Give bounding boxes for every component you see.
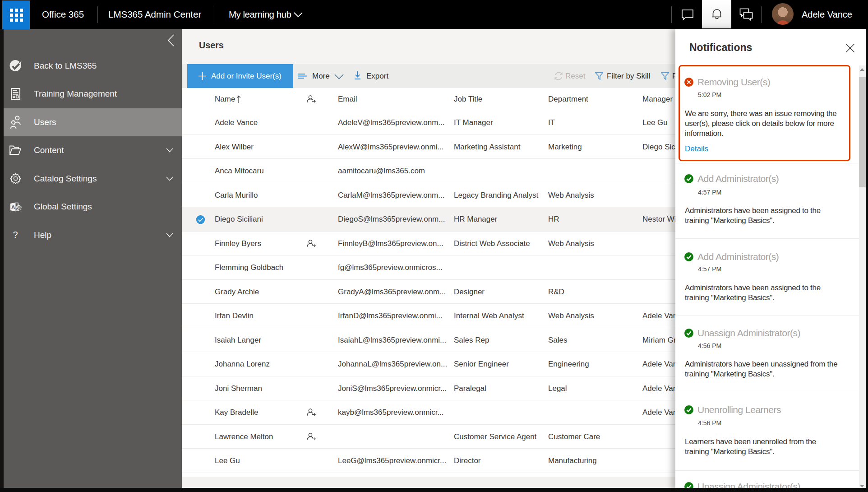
svg-text:A: A [11,204,15,210]
